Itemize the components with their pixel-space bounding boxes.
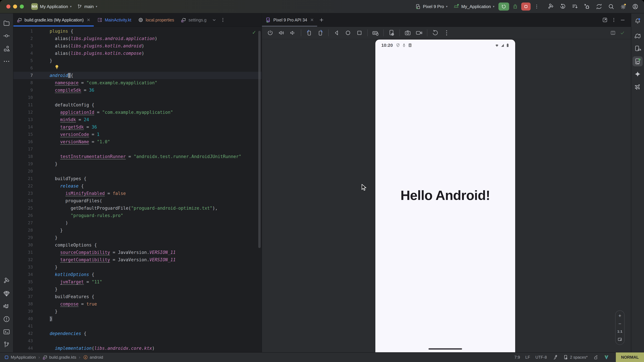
highlight-pen-icon[interactable] bbox=[552, 355, 558, 360]
caret-position[interactable]: 7:9 bbox=[514, 355, 520, 360]
more-vertical-icon[interactable] bbox=[611, 17, 616, 23]
code-line-4[interactable]: 4 alias(libs.plugins.kotlin.compose) bbox=[14, 50, 262, 57]
tool-commit-button[interactable] bbox=[2, 31, 12, 41]
zoom-window-button[interactable] bbox=[20, 4, 24, 8]
code-line-35[interactable]: 35 jvmTarget = "11" bbox=[14, 278, 262, 286]
tool-gemini-gem-button[interactable] bbox=[2, 289, 12, 299]
code-line-1[interactable]: 1plugins { bbox=[14, 27, 262, 35]
code-line-20[interactable]: 20 bbox=[14, 168, 262, 175]
tool-build-hammer-button[interactable] bbox=[2, 276, 12, 286]
code-line-11[interactable]: 11 defaultConfig { bbox=[14, 101, 262, 109]
editor-tab-MainActivity.kt[interactable]: MainActivity.kt bbox=[94, 13, 135, 26]
code-line-25[interactable]: 25 getDefaultProguardFile("proguard-andr… bbox=[14, 204, 262, 212]
code-line-22[interactable]: 22 release { bbox=[14, 182, 262, 190]
code-line-41[interactable]: 41 bbox=[14, 323, 262, 330]
device-selector[interactable]: Pixel 9 Pro ▾ bbox=[412, 2, 450, 11]
editor-tab-build.gradle.kts[interactable]: build.gradle.kts (My Application)✕ bbox=[14, 13, 94, 26]
code-line-43[interactable]: 43 bbox=[14, 337, 262, 345]
debug-button[interactable] bbox=[510, 2, 520, 11]
zoom-actual-size-button[interactable]: 1:1 bbox=[617, 330, 622, 334]
close-window-button[interactable] bbox=[6, 4, 10, 8]
vim-icon[interactable] bbox=[604, 355, 609, 360]
attach-debugger-icon[interactable] bbox=[583, 2, 591, 11]
device-tab[interactable]: Pixel 9 Pro API 34 ✕ bbox=[262, 13, 317, 26]
unlock-icon[interactable] bbox=[593, 355, 598, 360]
code-editor[interactable]: 1plugins {2 alias(libs.plugins.android.a… bbox=[14, 27, 262, 352]
code-line-39[interactable]: 39 } bbox=[14, 308, 262, 315]
code-line-5[interactable]: 5} bbox=[14, 57, 262, 64]
restore-icon[interactable] bbox=[432, 29, 439, 36]
tool-terminal-button[interactable] bbox=[2, 327, 12, 337]
code-line-36[interactable]: 36 } bbox=[14, 286, 262, 293]
emulator-screen[interactable]: 10:20 A Hello Android! bbox=[375, 39, 515, 352]
power-icon[interactable] bbox=[267, 29, 274, 36]
line-separator[interactable]: LF bbox=[526, 355, 530, 360]
breadcrumb-item[interactable]: build.gradle.kts bbox=[42, 355, 76, 360]
code-line-17[interactable]: 17 bbox=[14, 145, 262, 153]
fit-to-screen-icon[interactable] bbox=[617, 337, 622, 342]
breadcrumb-item[interactable]: MyApplication bbox=[4, 355, 36, 360]
code-line-7[interactable]: 7android { bbox=[14, 72, 262, 79]
code-line-44[interactable]: 44 implementation(libs.androidx.core.ktx… bbox=[14, 345, 262, 352]
tab-list-chevron-icon[interactable] bbox=[210, 13, 218, 26]
code-line-28[interactable]: 28 } bbox=[14, 227, 262, 234]
zoom-in-button[interactable]: + bbox=[618, 313, 621, 318]
volume-down-icon[interactable] bbox=[290, 29, 296, 36]
open-in-window-icon[interactable] bbox=[602, 17, 608, 23]
settings-icon[interactable] bbox=[619, 2, 627, 11]
apply-changes-icon[interactable] bbox=[559, 2, 567, 11]
code-line-38[interactable]: 38 compose = true bbox=[14, 300, 262, 308]
code-line-33[interactable]: 33 } bbox=[14, 264, 262, 271]
branch-selector[interactable]: main ▾ bbox=[74, 2, 100, 10]
notifications-button[interactable] bbox=[632, 16, 643, 26]
display-mode-icon[interactable] bbox=[610, 30, 616, 36]
build-hammer-icon[interactable] bbox=[547, 2, 555, 11]
intention-bulb-icon[interactable] bbox=[54, 64, 59, 69]
code-line-6[interactable]: 6 bbox=[14, 64, 262, 72]
code-line-31[interactable]: 31 sourceCompatibility = JavaVersion.VER… bbox=[14, 249, 262, 256]
project-selector[interactable]: MA My Application ▾ bbox=[28, 2, 74, 11]
code-line-14[interactable]: 14 targetSdk = 36 bbox=[14, 123, 262, 131]
rerun-button[interactable] bbox=[498, 2, 509, 10]
code-line-37[interactable]: 37 buildFeatures { bbox=[14, 293, 262, 300]
new-device-tab-button[interactable] bbox=[317, 13, 326, 26]
tool-git-branch-button[interactable] bbox=[2, 340, 12, 350]
apply-code-changes-icon[interactable] bbox=[571, 2, 579, 11]
more-v-icon[interactable] bbox=[443, 29, 450, 36]
hide-panel-icon[interactable] bbox=[620, 17, 626, 23]
tool-more-h-button[interactable] bbox=[2, 56, 12, 66]
tool-plane-button[interactable] bbox=[632, 82, 643, 92]
tool-problems-button[interactable] bbox=[2, 314, 12, 324]
screenshot-icon[interactable] bbox=[404, 29, 411, 36]
code-line-18[interactable]: 18 testInstrumentationRunner = "androidx… bbox=[14, 153, 262, 160]
profile-icon[interactable] bbox=[631, 2, 639, 11]
tool-device-manager-button[interactable] bbox=[632, 43, 643, 54]
code-line-16[interactable]: 16 versionName = "1.0" bbox=[14, 138, 262, 145]
code-line-21[interactable]: 21 buildTypes { bbox=[14, 175, 262, 182]
rotate-left-icon[interactable] bbox=[306, 29, 312, 36]
code-line-40[interactable]: 40} bbox=[14, 315, 262, 323]
code-line-34[interactable]: 34 kotlinOptions { bbox=[14, 271, 262, 278]
code-line-23[interactable]: 23 isMinifyEnabled = false bbox=[14, 190, 262, 197]
code-line-26[interactable]: 26 "proguard-rules.pro" bbox=[14, 212, 262, 219]
overview-icon[interactable] bbox=[356, 29, 363, 36]
code-line-2[interactable]: 2 alias(libs.plugins.android.application… bbox=[14, 35, 262, 42]
code-line-32[interactable]: 32 targetCompatibility = JavaVersion.VER… bbox=[14, 256, 262, 264]
volume-up-icon[interactable] bbox=[278, 29, 285, 36]
code-line-42[interactable]: 42dependencies { bbox=[14, 330, 262, 337]
code-line-15[interactable]: 15 versionCode = 1 bbox=[14, 131, 262, 138]
code-line-3[interactable]: 3 alias(libs.plugins.kotlin.android) bbox=[14, 42, 262, 50]
close-icon[interactable]: ✕ bbox=[310, 17, 314, 23]
editor-scrollbar[interactable] bbox=[258, 31, 260, 248]
tab-options-icon[interactable] bbox=[218, 13, 227, 26]
code-line-10[interactable]: 10 bbox=[14, 94, 262, 101]
code-line-12[interactable]: 12 applicationId = "com.example.myapplic… bbox=[14, 109, 262, 116]
vim-mode-badge[interactable]: NORMAL bbox=[616, 353, 644, 362]
tool-structure-button[interactable] bbox=[2, 43, 12, 54]
device-settings-icon[interactable] bbox=[388, 29, 395, 36]
code-line-24[interactable]: 24 proguardFiles( bbox=[14, 197, 262, 204]
tool-gradle-button[interactable] bbox=[632, 31, 643, 41]
code-line-30[interactable]: 30 compileOptions { bbox=[14, 241, 262, 249]
file-encoding[interactable]: UTF-8 bbox=[536, 355, 547, 360]
close-icon[interactable]: ✕ bbox=[87, 17, 90, 23]
